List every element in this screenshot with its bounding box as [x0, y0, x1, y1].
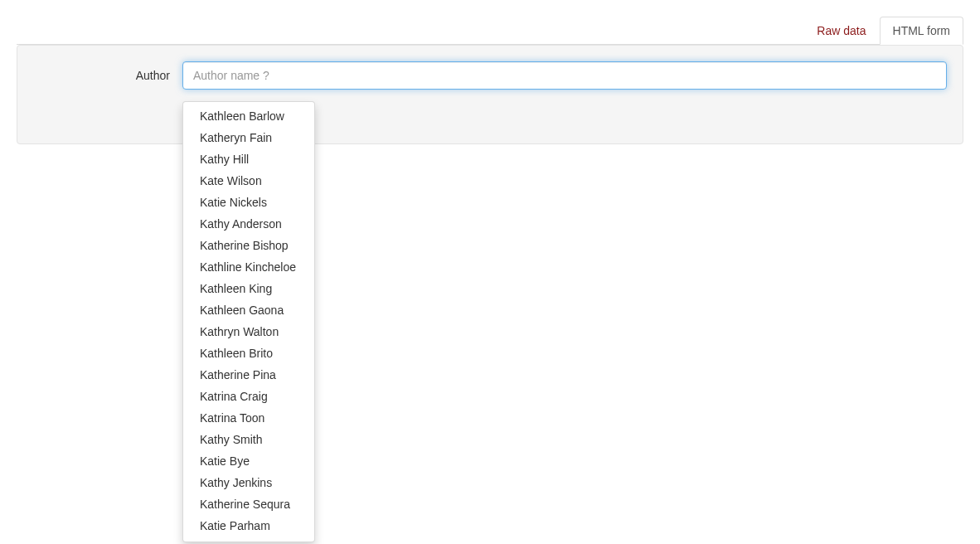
author-label: Author: [33, 69, 182, 82]
dropdown-item[interactable]: Katheryn Fain: [183, 128, 314, 149]
dropdown-item[interactable]: Kathleen King: [183, 279, 314, 300]
dropdown-item[interactable]: Kathy Smith: [183, 430, 314, 451]
tabs-bar: Raw data HTML form: [17, 17, 963, 45]
dropdown-item[interactable]: Katie Parham: [183, 516, 314, 537]
dropdown-item[interactable]: Katherine Sequra: [183, 494, 314, 516]
dropdown-item[interactable]: Kathy Jenkins: [183, 473, 314, 494]
dropdown-item[interactable]: Kathline Kincheloe: [183, 257, 314, 279]
dropdown-item[interactable]: Katherine Bishop: [183, 236, 314, 257]
author-input[interactable]: [182, 61, 947, 90]
tab-raw-data[interactable]: Raw data: [803, 17, 879, 45]
dropdown-item[interactable]: Katherine Pina: [183, 365, 314, 386]
dropdown-item[interactable]: Kate Wilson: [183, 171, 314, 192]
dropdown-item[interactable]: Kathleen Brito: [183, 343, 314, 365]
dropdown-item[interactable]: Katrina Toon: [183, 408, 314, 430]
dropdown-item[interactable]: Kathy Anderson: [183, 214, 314, 236]
form-panel: Author Kathleen Barlow Katheryn Fain Kat…: [17, 45, 963, 144]
dropdown-item[interactable]: Kathryn Walton: [183, 322, 314, 343]
author-autocomplete-dropdown: Kathleen Barlow Katheryn Fain Kathy Hill…: [182, 101, 315, 542]
tab-html-form[interactable]: HTML form: [880, 17, 963, 45]
dropdown-item[interactable]: Katie Bye: [183, 451, 314, 473]
dropdown-item[interactable]: Katrina Craig: [183, 386, 314, 408]
dropdown-item[interactable]: Kathy Hill: [183, 149, 314, 171]
dropdown-item[interactable]: Kathleen Gaona: [183, 300, 314, 322]
form-row-author: Author: [33, 61, 947, 90]
dropdown-item[interactable]: Katie Nickels: [183, 192, 314, 214]
dropdown-item[interactable]: Kathleen Barlow: [183, 106, 314, 128]
